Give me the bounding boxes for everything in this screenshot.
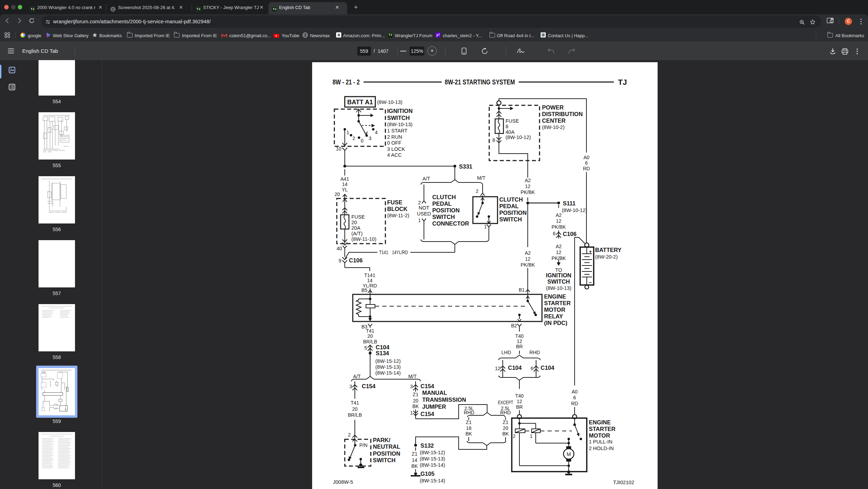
svg-text:SWITCH: SWITCH [432,214,455,220]
svg-text:A2: A2 [556,244,561,249]
svg-text:PK/BK: PK/BK [520,189,535,195]
svg-text:2 HOLD-IN: 2 HOLD-IN [589,446,614,451]
svg-text:(8W-15-13): (8W-15-13) [420,456,445,462]
svg-text:POSITION: POSITION [432,207,460,213]
svg-text:12: 12 [525,256,531,262]
svg-text:POSITION: POSITION [373,450,400,457]
svg-text:A/T: A/T [353,374,361,379]
svg-text:20: 20 [367,333,373,339]
svg-text:RHD: RHD [464,410,474,415]
svg-text:14YL/RD: 14YL/RD [392,250,408,255]
svg-text:(8W-10-13): (8W-10-13) [387,122,412,127]
svg-text:1: 1 [530,433,533,439]
svg-text:EXCEPT: EXCEPT [498,400,513,405]
svg-text:BLOCK: BLOCK [387,206,408,212]
svg-text:8: 8 [506,124,508,129]
svg-text:RD: RD [583,166,590,171]
svg-text:M/T: M/T [408,374,417,379]
svg-text:14: 14 [367,278,373,283]
svg-text:20: 20 [352,406,358,412]
svg-text:IGNITION: IGNITION [387,108,412,114]
svg-text:M: M [567,451,571,457]
svg-text:12: 12 [517,339,522,344]
svg-text:T40: T40 [515,393,524,399]
svg-text:(8W-15-14): (8W-15-14) [420,478,445,483]
svg-text:6: 6 [585,160,588,166]
svg-text:C106: C106 [349,257,362,263]
svg-text:USED: USED [417,211,431,217]
svg-text:Z1: Z1 [413,392,419,397]
svg-text:(8W-15-12): (8W-15-12) [375,358,401,364]
svg-text:(8W-10-12): (8W-10-12) [562,207,587,213]
svg-text:DISTRIBUTION: DISTRIBUTION [542,111,583,117]
svg-text:14: 14 [412,457,417,463]
svg-text:B1: B1 [519,287,525,293]
svg-text:ENGINE: ENGINE [589,419,611,425]
svg-text:4 ACC: 4 ACC [387,152,402,158]
svg-text:BATTERY: BATTERY [595,247,621,253]
svg-text:T40: T40 [515,333,524,339]
svg-text:PEDAL: PEDAL [432,201,452,207]
svg-text:RD: RD [571,401,578,406]
svg-text:MOTOR: MOTOR [589,432,610,439]
svg-text:S132: S132 [420,442,434,449]
svg-text:Z1: Z1 [466,419,472,425]
svg-text:LHD: LHD [501,350,511,355]
svg-text:BK: BK [466,431,472,437]
svg-text:BATT A1: BATT A1 [347,99,373,106]
svg-text:C154: C154 [420,411,434,417]
svg-text:NEUTRAL: NEUTRAL [373,443,400,450]
svg-text:C106: C106 [563,231,576,237]
svg-text:3: 3 [410,384,413,389]
svg-text:CENTER: CENTER [542,117,566,124]
svg-text:B5: B5 [361,287,367,293]
svg-text:40: 40 [336,246,342,251]
svg-text:12: 12 [525,184,531,189]
svg-text:PK/BK: PK/BK [520,262,535,268]
svg-text:6: 6 [531,366,533,371]
svg-text:(IN PDC): (IN PDC) [544,320,567,326]
svg-text:IGNITION: IGNITION [546,272,571,278]
svg-text:(8W-15-12): (8W-15-12) [420,450,445,455]
svg-text:3 LOCK: 3 LOCK [387,146,405,152]
svg-text:SWITCH: SWITCH [387,115,410,121]
svg-text:P/N: P/N [359,442,367,448]
svg-text:(8W-15-13): (8W-15-13) [375,364,401,370]
svg-text:20: 20 [413,398,418,404]
svg-text:−: − [589,279,592,285]
svg-text:C104: C104 [376,344,390,350]
svg-text:9: 9 [339,258,341,263]
svg-text:20: 20 [334,191,340,197]
svg-text:1 PULL-IN: 1 PULL-IN [589,439,612,445]
svg-text:4: 4 [375,130,378,135]
svg-text:(8W-10-13): (8W-10-13) [546,285,571,291]
svg-text:TJI02102: TJI02102 [613,480,634,485]
svg-text:0 OFF: 0 OFF [387,140,401,146]
svg-text:MOTOR: MOTOR [544,307,565,313]
svg-text:A/T: A/T [423,176,430,181]
svg-text:C154: C154 [362,383,376,389]
svg-text:A2: A2 [525,178,531,183]
svg-text:20: 20 [351,220,357,225]
svg-text:A0: A0 [583,155,589,160]
svg-text:BR: BR [516,404,523,410]
svg-text:1: 1 [347,130,349,135]
svg-text:2: 2 [348,432,351,438]
svg-text:1: 1 [410,410,413,416]
svg-text:1: 1 [484,224,487,229]
svg-text:RHD: RHD [529,350,540,355]
svg-text:(8W-15-14): (8W-15-14) [375,370,401,376]
svg-text:BK: BK [411,463,418,469]
svg-text:PK/BK: PK/BK [551,224,566,230]
svg-text:(8W-20-2): (8W-20-2) [595,254,618,260]
svg-text:2: 2 [352,136,355,141]
svg-text:PEDAL: PEDAL [499,203,519,209]
svg-text:C104: C104 [508,365,522,371]
svg-text:TRANSMISSION: TRANSMISSION [422,397,466,403]
svg-text:SWITCH: SWITCH [373,457,395,463]
svg-text:20A: 20A [351,225,360,231]
svg-text:2: 2 [513,433,516,439]
svg-text:STARTER: STARTER [589,426,616,432]
svg-text:8W - 21 - 2: 8W - 21 - 2 [333,78,360,86]
svg-text:T41: T41 [366,328,374,334]
